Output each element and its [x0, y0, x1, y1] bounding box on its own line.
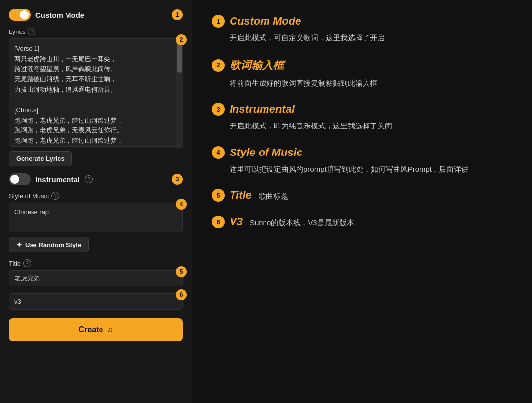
- info-title-4: Style of Music: [230, 146, 302, 159]
- resize-handle: ⋮⋮: [165, 227, 175, 233]
- version-badge: 6: [176, 289, 187, 300]
- instrumental-left: Instrumental ?: [9, 173, 93, 185]
- lyrics-scrollbar[interactable]: [176, 38, 183, 148]
- info-header-5: 5 Title 歌曲标题: [212, 189, 512, 202]
- info-header-3: 3 Instrumental: [212, 103, 512, 116]
- lyrics-label-row: Lyrics ?: [9, 28, 183, 35]
- left-panel: Custom Mode 1 Lyrics ? 2 Generate Lyrics: [0, 0, 192, 403]
- info-subtitle-6: Sunno的版本线，V3是最新版本: [250, 218, 354, 228]
- lyrics-help-icon[interactable]: ?: [28, 28, 35, 35]
- info-title-6: V3: [230, 216, 243, 228]
- info-subtitle-5: 歌曲标题: [259, 192, 288, 201]
- info-item-2: 2 歌词输入框 将前面生成好的歌词直接复制粘贴到此输入框: [212, 58, 512, 90]
- random-style-icon: ✦: [16, 241, 22, 248]
- custom-mode-toggle[interactable]: [9, 9, 31, 21]
- style-input-wrap: ⋮⋮ 4: [9, 203, 183, 234]
- instrumental-toggle[interactable]: [9, 173, 31, 185]
- info-num-6: 6: [212, 216, 225, 228]
- custom-mode-badge: 1: [172, 9, 183, 20]
- info-num-3: 3: [212, 103, 225, 116]
- title-badge: 5: [176, 266, 187, 277]
- info-title-1: Custom Mode: [230, 15, 301, 28]
- random-style-button[interactable]: ✦ Use Random Style: [9, 237, 89, 252]
- style-help-icon[interactable]: ?: [51, 192, 59, 200]
- instrumental-label: Instrumental: [35, 175, 80, 184]
- custom-mode-label: Custom Mode: [35, 11, 84, 19]
- info-item-6: 6 V3 Sunno的版本线，V3是最新版本: [212, 216, 512, 228]
- generate-lyrics-button[interactable]: Generate Lyrics: [9, 151, 72, 166]
- info-title-2: 歌词输入框: [230, 58, 284, 73]
- lyrics-label: Lyrics: [9, 28, 25, 35]
- title-input[interactable]: [9, 270, 183, 286]
- info-item-3: 3 Instrumental 开启此模式，即为纯音乐模式，这里我选择了关闭: [212, 103, 512, 132]
- info-inline-6: V3 Sunno的版本线，V3是最新版本: [230, 216, 354, 228]
- info-desc-2: 将前面生成好的歌词直接复制粘贴到此输入框: [212, 77, 512, 90]
- info-header-4: 4 Style of Music: [212, 146, 512, 159]
- create-button[interactable]: Create ♫: [9, 318, 183, 341]
- lyrics-badge-wrap: 2: [176, 34, 187, 45]
- info-item-5: 5 Title 歌曲标题: [212, 189, 512, 202]
- style-textarea[interactable]: [9, 203, 183, 232]
- info-header-2: 2 歌词输入框: [212, 58, 512, 73]
- style-section: Style of Music ? ⋮⋮ 4 ✦ Use Random Style: [9, 192, 183, 252]
- lyrics-textarea[interactable]: [9, 38, 183, 147]
- toggle-thumb: [20, 10, 29, 19]
- custom-mode-row: Custom Mode 1: [9, 9, 183, 21]
- scrollbar-thumb: [177, 43, 182, 73]
- version-badge-wrap: 6: [176, 289, 187, 300]
- info-title-5: Title: [230, 189, 252, 202]
- title-badge-wrap: 5: [176, 266, 187, 277]
- style-label-row: Style of Music ?: [9, 192, 183, 200]
- info-inline-5: Title 歌曲标题: [230, 189, 288, 202]
- instrumental-badge: 3: [172, 174, 183, 185]
- music-note-icon: ♫: [107, 325, 113, 334]
- lyrics-badge: 2: [176, 34, 187, 45]
- info-num-5: 5: [212, 189, 225, 202]
- right-panel: 1 Custom Mode 开启此模式，可自定义歌词，这里我选择了开启 2 歌词…: [192, 0, 532, 403]
- style-badge: 4: [176, 199, 187, 210]
- lyrics-section: Lyrics ? 2 Generate Lyrics: [9, 28, 183, 166]
- info-desc-4: 这里可以把设定曲风的prompt填写到此处，如何写曲风Prompt，后面详讲: [212, 163, 512, 176]
- info-item-4: 4 Style of Music 这里可以把设定曲风的prompt填写到此处，如…: [212, 146, 512, 176]
- instrumental-help-icon[interactable]: ?: [85, 175, 93, 183]
- info-desc-3: 开启此模式，即为纯音乐模式，这里我选择了关闭: [212, 120, 512, 132]
- info-desc-1: 开启此模式，可自定义歌词，这里我选择了开启: [212, 31, 512, 44]
- title-section: Title ? 5: [9, 259, 183, 286]
- version-input[interactable]: [9, 293, 183, 310]
- instrumental-toggle-thumb: [10, 175, 19, 184]
- info-title-3: Instrumental: [230, 103, 295, 116]
- version-section: 6: [9, 293, 183, 310]
- title-input-wrap: 5: [9, 270, 183, 286]
- version-input-wrap: 6: [9, 293, 183, 310]
- info-item-1: 1 Custom Mode 开启此模式，可自定义歌词，这里我选择了开启: [212, 15, 512, 44]
- lyrics-textarea-wrap: 2: [9, 38, 183, 148]
- info-header-1: 1 Custom Mode: [212, 15, 512, 28]
- style-badge-wrap: 4: [176, 199, 187, 210]
- custom-mode-left: Custom Mode: [9, 9, 84, 21]
- style-label: Style of Music: [9, 192, 49, 200]
- create-label: Create: [79, 325, 103, 334]
- random-style-label: Use Random Style: [25, 241, 81, 248]
- title-help-icon[interactable]: ?: [23, 259, 31, 267]
- info-num-4: 4: [212, 146, 225, 159]
- info-num-2: 2: [212, 59, 225, 72]
- info-num-1: 1: [212, 15, 225, 28]
- title-label-row: Title ?: [9, 259, 183, 267]
- info-header-6: 6 V3 Sunno的版本线，V3是最新版本: [212, 216, 512, 228]
- title-label: Title: [9, 260, 21, 267]
- instrumental-row: Instrumental ? 3: [9, 173, 183, 185]
